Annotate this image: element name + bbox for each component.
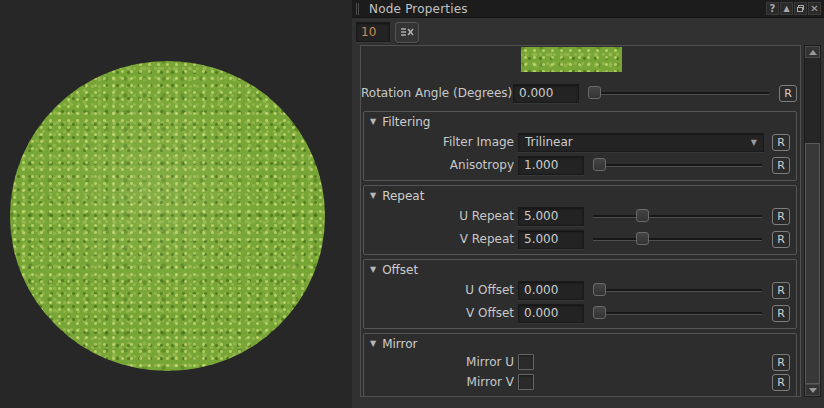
v-repeat-reset-button[interactable]: R bbox=[772, 231, 790, 248]
rotation-angle-input[interactable] bbox=[513, 84, 579, 103]
mirror-v-checkbox[interactable] bbox=[518, 374, 534, 390]
u-offset-label: U Offset bbox=[366, 283, 514, 297]
arrow-down-icon bbox=[809, 388, 817, 393]
collapse-triangle-icon: ▼ bbox=[370, 265, 376, 274]
node-properties-panel: Node Properties ? ▲ ✕ bbox=[352, 0, 824, 408]
app-window: Node Properties ? ▲ ✕ bbox=[0, 0, 824, 408]
slider-handle[interactable] bbox=[636, 209, 649, 222]
texture-thumbnail bbox=[521, 47, 622, 72]
param-row-filter-image: Filter Image Trilinear ▼ R bbox=[366, 132, 793, 152]
v-offset-reset-button[interactable]: R bbox=[772, 305, 790, 322]
filter-image-label: Filter Image bbox=[366, 135, 514, 149]
mirror-u-label: Mirror U bbox=[366, 355, 514, 369]
v-offset-input[interactable] bbox=[518, 304, 584, 323]
mirror-v-reset-button[interactable]: R bbox=[772, 374, 790, 391]
anisotropy-reset-button[interactable]: R bbox=[772, 157, 790, 174]
mirror-v-label: Mirror V bbox=[366, 375, 514, 389]
deselect-nodes-icon bbox=[400, 27, 414, 37]
anisotropy-input[interactable] bbox=[518, 156, 584, 175]
deselect-nodes-button[interactable] bbox=[395, 22, 419, 43]
slider-handle[interactable] bbox=[588, 86, 601, 99]
slider-track bbox=[593, 215, 762, 217]
v-offset-slider[interactable] bbox=[591, 304, 764, 322]
section-title: Offset bbox=[382, 263, 418, 277]
titlebar-grip bbox=[356, 3, 359, 15]
u-repeat-slider[interactable] bbox=[591, 207, 764, 225]
u-repeat-reset-button[interactable]: R bbox=[772, 208, 790, 225]
slider-handle[interactable] bbox=[636, 232, 649, 245]
slider-track bbox=[588, 92, 769, 94]
section-title: Filtering bbox=[382, 115, 430, 129]
scroll-up-button[interactable] bbox=[805, 46, 820, 58]
section-mirror: ▼ Mirror Mirror U R Mirror V R bbox=[363, 333, 797, 397]
shade-icon[interactable]: ▲ bbox=[780, 2, 793, 15]
u-offset-slider[interactable] bbox=[591, 281, 764, 299]
scrollbar-thumb[interactable] bbox=[805, 143, 820, 384]
panel-toolbar bbox=[352, 19, 824, 45]
section-mirror-header[interactable]: ▼ Mirror bbox=[366, 336, 793, 351]
scroll-down-button[interactable] bbox=[805, 384, 820, 396]
rotation-angle-label: Rotation Angle (Degrees) bbox=[361, 86, 509, 100]
collapse-triangle-icon: ▼ bbox=[370, 117, 376, 126]
v-repeat-label: V Repeat bbox=[366, 232, 514, 246]
u-offset-input[interactable] bbox=[518, 281, 584, 300]
panel-titlebar[interactable]: Node Properties ? ▲ ✕ bbox=[352, 0, 824, 18]
grass-sphere[interactable] bbox=[10, 61, 325, 371]
slider-handle[interactable] bbox=[593, 283, 606, 296]
collapse-triangle-icon: ▼ bbox=[370, 339, 376, 348]
slider-track bbox=[593, 289, 762, 291]
param-row-u-offset: U Offset R bbox=[366, 280, 793, 300]
scrollbar-track[interactable] bbox=[805, 58, 820, 384]
mirror-u-checkbox[interactable] bbox=[518, 354, 534, 370]
restore-icon[interactable] bbox=[794, 2, 807, 15]
filter-image-reset-button[interactable]: R bbox=[772, 134, 790, 151]
u-repeat-input[interactable] bbox=[518, 207, 584, 226]
parameters-scroll-content[interactable]: Rotation Angle (Degrees) R ▼ Filtering bbox=[360, 45, 801, 397]
filter-image-value: Trilinear bbox=[525, 135, 573, 149]
section-title: Repeat bbox=[382, 189, 424, 203]
mirror-u-reset-button[interactable]: R bbox=[772, 354, 790, 371]
param-row-mirror-v: Mirror V R bbox=[366, 373, 793, 391]
param-row-mirror-u: Mirror U R bbox=[366, 353, 793, 371]
section-filtering-header[interactable]: ▼ Filtering bbox=[366, 114, 793, 129]
collapse-triangle-icon: ▼ bbox=[370, 191, 376, 200]
arrow-up-icon bbox=[809, 50, 817, 55]
slider-handle[interactable] bbox=[593, 306, 606, 319]
param-row-rotation-angle: Rotation Angle (Degrees) R bbox=[361, 83, 800, 103]
v-repeat-slider[interactable] bbox=[591, 230, 764, 248]
rotation-angle-slider[interactable] bbox=[586, 84, 771, 102]
slider-handle[interactable] bbox=[593, 158, 606, 171]
section-repeat-header[interactable]: ▼ Repeat bbox=[366, 188, 793, 203]
vertical-scrollbar[interactable] bbox=[804, 45, 821, 397]
slider-track bbox=[593, 312, 762, 314]
panel-title: Node Properties bbox=[369, 2, 468, 16]
section-repeat: ▼ Repeat U Repeat R V Repeat bbox=[363, 185, 797, 255]
u-repeat-label: U Repeat bbox=[366, 209, 514, 223]
node-count-input[interactable] bbox=[356, 22, 390, 42]
section-title: Mirror bbox=[382, 337, 417, 351]
slider-track bbox=[593, 238, 762, 240]
anisotropy-slider[interactable] bbox=[591, 156, 764, 174]
titlebar-icons: ? ▲ ✕ bbox=[766, 2, 824, 15]
section-offset-header[interactable]: ▼ Offset bbox=[366, 262, 793, 277]
param-row-v-repeat: V Repeat R bbox=[366, 229, 793, 249]
slider-track bbox=[593, 164, 762, 166]
v-repeat-input[interactable] bbox=[518, 230, 584, 249]
filter-image-dropdown[interactable]: Trilinear ▼ bbox=[518, 133, 764, 152]
u-offset-reset-button[interactable]: R bbox=[772, 282, 790, 299]
section-offset: ▼ Offset U Offset R V Offset bbox=[363, 259, 797, 329]
viewport-3d[interactable] bbox=[0, 0, 352, 408]
v-offset-label: V Offset bbox=[366, 306, 514, 320]
anisotropy-label: Anisotropy bbox=[366, 158, 514, 172]
param-row-u-repeat: U Repeat R bbox=[366, 206, 793, 226]
param-row-anisotropy: Anisotropy R bbox=[366, 155, 793, 175]
rotation-angle-reset-button[interactable]: R bbox=[779, 85, 797, 102]
param-row-v-offset: V Offset R bbox=[366, 303, 793, 323]
parameters-area: Rotation Angle (Degrees) R ▼ Filtering bbox=[360, 45, 822, 397]
dropdown-arrow-icon: ▼ bbox=[751, 138, 757, 147]
close-icon[interactable]: ✕ bbox=[808, 2, 821, 15]
section-filtering: ▼ Filtering Filter Image Trilinear ▼ R A… bbox=[363, 111, 797, 181]
help-icon[interactable]: ? bbox=[766, 2, 779, 15]
